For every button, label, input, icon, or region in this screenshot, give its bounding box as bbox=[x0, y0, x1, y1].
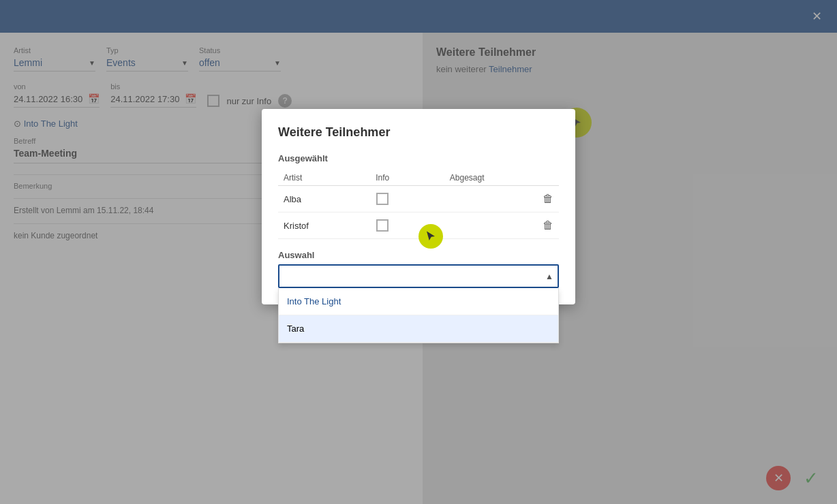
info-cell-0[interactable] bbox=[335, 186, 429, 212]
col-artist-header: Artist bbox=[278, 170, 335, 186]
auswahl-label: Auswahl bbox=[278, 250, 559, 260]
delete-icon-0[interactable]: 🗑 bbox=[543, 193, 553, 204]
abgesagt-cell-1 bbox=[429, 212, 525, 239]
col-info-header: Info bbox=[335, 170, 429, 186]
modal-table: Artist Info Abgesagt Alba 🗑 Kristof 🗑 bbox=[278, 170, 559, 239]
artist-cell-0: Alba bbox=[278, 186, 335, 212]
modal-cursor-indicator bbox=[418, 224, 443, 249]
auswahl-input-container: ▲ Into The LightTara bbox=[278, 264, 559, 288]
info-checkbox-0[interactable] bbox=[376, 193, 389, 205]
info-cell-1[interactable] bbox=[335, 212, 429, 239]
dropdown-item[interactable]: Into The Light bbox=[279, 288, 558, 315]
table-row: Alba 🗑 bbox=[278, 186, 559, 212]
col-actions-header bbox=[525, 170, 559, 186]
artist-cell-1: Kristof bbox=[278, 212, 335, 239]
modal-title: Weitere Teilnehmer bbox=[278, 125, 559, 140]
auswahl-dropdown-arrow: ▲ bbox=[545, 272, 553, 281]
info-checkbox-1[interactable] bbox=[376, 219, 389, 232]
delete-cell-1[interactable]: 🗑 bbox=[525, 212, 559, 239]
dropdown-list[interactable]: Into The LightTara bbox=[278, 288, 559, 343]
abgesagt-cell-0 bbox=[429, 186, 525, 212]
delete-icon-1[interactable]: 🗑 bbox=[543, 219, 553, 231]
ausgewaehlt-label: Ausgewählt bbox=[278, 153, 559, 163]
col-abgesagt-header: Abgesagt bbox=[429, 170, 525, 186]
dropdown-item[interactable]: Tara bbox=[279, 315, 558, 343]
modal-dialog: Weitere Teilnehmer Ausgewählt Artist Inf… bbox=[262, 109, 575, 304]
delete-cell-0[interactable]: 🗑 bbox=[525, 186, 559, 212]
auswahl-input[interactable] bbox=[278, 264, 559, 288]
